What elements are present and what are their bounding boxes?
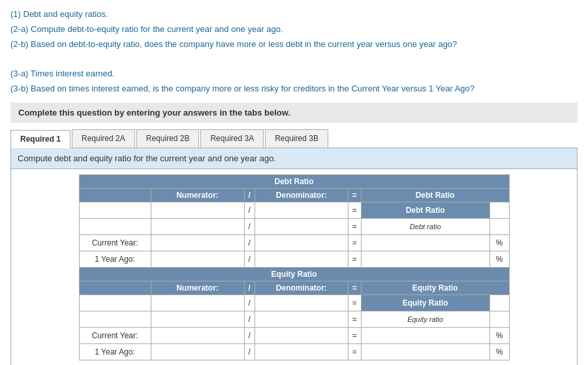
equity-result-sub: Equity ratio <box>361 311 489 327</box>
equity-denominator-input-sub[interactable] <box>255 311 348 327</box>
table-area: Debt Ratio Numerator: / Denominator: = D… <box>11 169 577 365</box>
equity-numerator-input-sub[interactable] <box>151 311 244 327</box>
debt-result-current[interactable] <box>361 234 489 251</box>
equity-ratio-title: Equity Ratio <box>79 267 509 281</box>
debt-numerator-header: Numerator: <box>151 188 244 202</box>
equity-pct-current: % <box>489 327 509 343</box>
equity-numerator-field-1yearago[interactable] <box>155 346 240 358</box>
equity-denominator-input-1[interactable] <box>255 294 348 311</box>
equity-slash-1: / <box>244 294 255 311</box>
equity-result-field-1yearago[interactable] <box>383 346 468 358</box>
ratio-table: Debt Ratio Numerator: / Denominator: = D… <box>79 174 510 360</box>
tab-required3a[interactable]: Required 3A <box>200 129 264 148</box>
tab-content: Compute debt and equity ratio for the cu… <box>10 148 578 365</box>
debt-denominator-field-current[interactable] <box>259 237 344 249</box>
equity-denominator-current[interactable] <box>255 327 348 343</box>
debt-denominator-field-1yearago[interactable] <box>259 253 344 265</box>
equity-numerator-field-sub[interactable] <box>155 313 240 325</box>
equity-numerator-header: Numerator: <box>151 281 244 294</box>
debt-numerator-field-1[interactable] <box>155 204 240 216</box>
equity-pct-1 <box>489 294 509 311</box>
equity-denominator-1yearago[interactable] <box>255 343 348 360</box>
debt-currentyear-row: Current Year: / = % <box>79 234 509 251</box>
equity-eq-header: = <box>348 281 361 294</box>
equity-ratio-col-headers: Numerator: / Denominator: = Equity Ratio <box>79 281 509 294</box>
debt-denominator-1yearago[interactable] <box>255 251 348 267</box>
equity-denominator-field-current[interactable] <box>259 330 344 341</box>
intro-line1: (1) Debt and equity ratios. <box>10 8 578 22</box>
debt-numerator-input-sub[interactable] <box>151 218 244 234</box>
debt-result-field-current[interactable] <box>383 237 468 249</box>
equity-result-header: Equity Ratio <box>361 281 509 294</box>
equity-numerator-field-current[interactable] <box>155 330 240 341</box>
debt-denominator-input-1[interactable] <box>255 202 348 218</box>
equity-slash-1yearago: / <box>244 343 255 360</box>
equity-eq-sub: = <box>348 311 361 327</box>
equity-1yearago-row: 1 Year Ago: / = % <box>79 343 509 360</box>
equity-denominator-field-1yearago[interactable] <box>259 346 344 358</box>
equity-1yearago-label: 1 Year Ago: <box>79 343 151 360</box>
equity-denominator-header: Denominator: <box>255 281 348 294</box>
debt-denominator-field-1[interactable] <box>259 204 344 216</box>
debt-numerator-input-1[interactable] <box>151 202 244 218</box>
debt-1yearago-row: 1 Year Ago: / = % <box>79 251 509 267</box>
debt-eq-current: = <box>348 234 361 251</box>
intro-text: (1) Debt and equity ratios. (2-a) Comput… <box>10 8 578 96</box>
debt-denominator-field-sub[interactable] <box>259 221 344 232</box>
debt-pct-1 <box>489 202 509 218</box>
debt-numerator-field-sub[interactable] <box>155 221 240 232</box>
equity-currentyear-row: Current Year: / = % <box>79 327 509 343</box>
equity-slash-header: / <box>244 281 255 294</box>
debt-numerator-field-current[interactable] <box>155 237 240 249</box>
intro-line2a: (2-a) Compute debt-to-equity ratio for t… <box>10 23 578 37</box>
equity-numerator-input-1[interactable] <box>151 294 244 311</box>
equity-eq-1: = <box>348 294 361 311</box>
equity-result-current[interactable] <box>361 327 489 343</box>
debt-slash-sub: / <box>244 218 255 234</box>
tab-required2b[interactable]: Required 2B <box>136 129 200 148</box>
debt-numerator-1yearago[interactable] <box>151 251 244 267</box>
debt-eq-1: = <box>348 202 361 218</box>
debt-slash-1: / <box>244 202 255 218</box>
equity-numerator-field-1[interactable] <box>155 297 240 309</box>
debt-ratio-header: Debt Ratio <box>79 174 509 188</box>
tab-required1[interactable]: Required 1 <box>10 130 70 148</box>
equity-result-1yearago[interactable] <box>361 343 489 360</box>
equity-result-label-1: Equity Ratio <box>361 294 489 311</box>
equity-numerator-1yearago[interactable] <box>151 343 244 360</box>
debt-result-sub: Debt ratio <box>361 218 489 234</box>
debt-subresult-row: / = Debt ratio <box>79 218 509 234</box>
debt-result-header: Debt Ratio <box>361 188 509 202</box>
instruction-box: Complete this question by entering your … <box>10 103 578 123</box>
tab-required3b[interactable]: Required 3B <box>265 129 328 148</box>
equity-currentyear-label: Current Year: <box>79 327 151 343</box>
debt-pct-1yearago: % <box>489 251 509 267</box>
debt-eq-1yearago: = <box>348 251 361 267</box>
equity-denominator-field-1[interactable] <box>259 297 344 309</box>
debt-input-row-1: / = Debt Ratio <box>79 202 509 218</box>
debt-1yearago-label: 1 Year Ago: <box>79 251 151 267</box>
page: (1) Debt and equity ratios. (2-a) Comput… <box>0 0 588 365</box>
debt-pct-current: % <box>489 234 509 251</box>
debt-numerator-field-1yearago[interactable] <box>155 253 240 265</box>
equity-numerator-current[interactable] <box>151 327 244 343</box>
equity-pct-1yearago: % <box>489 343 509 360</box>
debt-result-field-1yearago[interactable] <box>383 253 468 265</box>
equity-subresult-row: / = Equity ratio <box>79 311 509 327</box>
debt-numerator-current[interactable] <box>151 234 244 251</box>
debt-result-1yearago[interactable] <box>361 251 489 267</box>
equity-empty-col <box>79 281 151 294</box>
tab-required2a[interactable]: Required 2A <box>72 129 135 148</box>
debt-denominator-input-sub[interactable] <box>255 218 348 234</box>
debt-denominator-current[interactable] <box>255 234 348 251</box>
content-description: Compute debt and equity ratio for the cu… <box>11 148 577 169</box>
equity-ratio-header: Equity Ratio <box>79 267 509 281</box>
debt-eq-sub: = <box>348 218 361 234</box>
equity-result-field-current[interactable] <box>383 330 468 341</box>
equity-input-row-1: / = Equity Ratio <box>79 294 509 311</box>
debt-slash-current: / <box>244 234 255 251</box>
equity-denominator-field-sub[interactable] <box>259 313 344 325</box>
intro-line3b: (3-b) Based on times interest earned, is… <box>10 82 578 96</box>
debt-result-label-1: Debt Ratio <box>361 202 489 218</box>
debt-slash-1yearago: / <box>244 251 255 267</box>
